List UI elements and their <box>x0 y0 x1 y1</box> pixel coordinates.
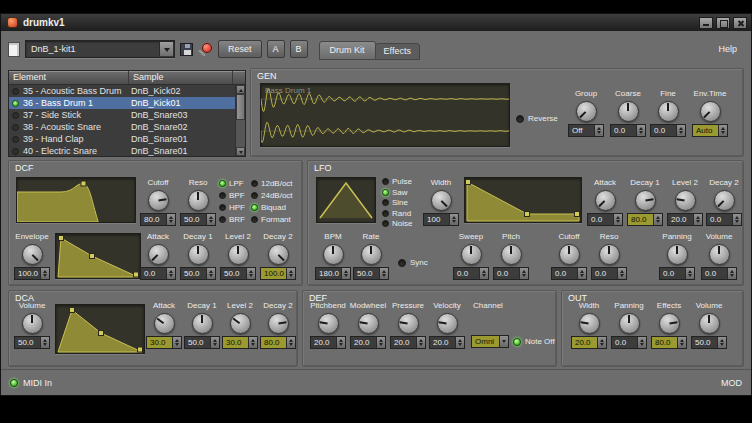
tuning-b-button[interactable]: B <box>290 40 308 58</box>
out-volume-knob[interactable] <box>699 313 720 334</box>
spin-arrows[interactable] <box>248 337 257 348</box>
spin-arrows[interactable] <box>40 268 49 279</box>
out-effects-knob[interactable] <box>659 313 680 334</box>
lfo-cutoff-knob[interactable] <box>559 244 580 265</box>
def-pitchbend-knob[interactable] <box>318 313 339 334</box>
lfo-reso-knob[interactable] <box>599 244 620 265</box>
lfo-bpm-knob[interactable] <box>323 244 344 265</box>
spin-arrows[interactable] <box>617 268 626 279</box>
element-row-35[interactable]: 35 - Acoustic Bass Drum DnB_Kick02 <box>9 85 245 97</box>
dcf-decay2-knob[interactable] <box>268 244 289 265</box>
spin-arrows[interactable] <box>613 214 622 225</box>
dcf-attack-knob[interactable] <box>148 244 169 265</box>
radio-formant[interactable]: Formant <box>251 215 293 224</box>
reset-button[interactable]: Reset <box>218 40 262 58</box>
spin-arrows[interactable] <box>376 337 385 348</box>
dca-attack-knob[interactable] <box>154 313 175 334</box>
dcf-envelope-knob[interactable] <box>22 244 43 265</box>
spin-arrows[interactable] <box>286 268 295 279</box>
lfo-attack-spin[interactable]: 0.0 <box>587 213 623 226</box>
new-preset-icon[interactable] <box>8 42 20 57</box>
scroll-down-button[interactable] <box>236 147 245 156</box>
lfo-panning-knob[interactable] <box>667 244 688 265</box>
lfo-cutoff-spin[interactable]: 0.0 <box>551 267 587 280</box>
def-modwheel-spin[interactable]: 20.0 <box>350 336 386 349</box>
gen-fine-spin[interactable]: 0.0 <box>650 124 686 137</box>
spin-arrows[interactable] <box>455 337 464 348</box>
dca-attack-spin[interactable]: 30.0 <box>146 336 182 349</box>
gen-coarse-spin[interactable]: 0.0 <box>610 124 646 137</box>
dca-decay2-spin[interactable]: 80.0 <box>260 336 296 349</box>
lfo-decay2-spin[interactable]: 0.0 <box>706 213 742 226</box>
note-off-checkbox[interactable]: Note Off <box>513 337 555 346</box>
lfo-width-spin[interactable]: 100 <box>423 213 459 226</box>
close-button[interactable] <box>733 17 747 29</box>
spin-arrows[interactable] <box>210 337 219 348</box>
element-row-39[interactable]: 39 - Hand Clap DnB_Snare01 <box>9 133 245 145</box>
gen-fine-knob[interactable] <box>658 101 679 122</box>
spin-arrows[interactable] <box>718 125 727 136</box>
reverse-checkbox[interactable]: Reverse <box>516 114 558 123</box>
spin-arrows[interactable] <box>341 268 350 279</box>
scroll-up-button[interactable] <box>236 85 245 94</box>
lfo-rate-spin[interactable]: 50.0 <box>353 267 389 280</box>
gen-group-knob[interactable] <box>576 101 597 122</box>
def-velocity-knob[interactable] <box>437 313 458 334</box>
lfo-decay1-spin[interactable]: 80.0 <box>627 213 663 226</box>
spin-arrows[interactable] <box>206 268 215 279</box>
dcf-decay1-knob[interactable] <box>188 244 209 265</box>
dcf-level2-spin[interactable]: 50.0 <box>220 267 256 280</box>
spin-arrows[interactable] <box>594 125 603 136</box>
spin-arrows[interactable] <box>449 214 458 225</box>
element-row-40[interactable]: 40 - Electric Snare DnB_Snare01 <box>9 145 245 157</box>
spin-arrows[interactable] <box>172 337 181 348</box>
spin-arrows[interactable] <box>637 337 646 348</box>
lfo-shape-display[interactable] <box>316 177 376 223</box>
radio-pulse[interactable]: Pulse <box>382 177 412 186</box>
radio-12db[interactable]: 12dB/oct <box>251 179 293 188</box>
spin-arrows[interactable] <box>166 214 175 225</box>
lfo-width-knob[interactable] <box>431 190 452 211</box>
dca-level2-spin[interactable]: 30.0 <box>222 336 258 349</box>
spin-arrows[interactable] <box>246 268 255 279</box>
radio-bpf[interactable]: BPF <box>219 191 245 200</box>
radio-hpf[interactable]: HPF <box>219 203 245 212</box>
lfo-volume-knob[interactable] <box>709 244 730 265</box>
spin-arrows[interactable] <box>379 268 388 279</box>
lfo-panning-spin[interactable]: 0.0 <box>659 267 695 280</box>
lfo-decay2-knob[interactable] <box>714 190 735 211</box>
lfo-volume-spin[interactable]: 0.0 <box>701 267 737 280</box>
dcf-reso-spin[interactable]: 50.0 <box>180 213 216 226</box>
spin-arrows[interactable] <box>693 214 702 225</box>
dcf-envelope-spin[interactable]: 100.0 <box>14 267 50 280</box>
radio-sine[interactable]: Sine <box>382 198 412 207</box>
spin-arrows[interactable] <box>636 125 645 136</box>
dcf-reso-knob[interactable] <box>188 190 209 211</box>
sample-waveform-display[interactable]: Bass Drum 1 <box>260 83 510 147</box>
titlebar[interactable]: drumkv1 <box>1 14 751 31</box>
dcf-decay1-spin[interactable]: 50.0 <box>180 267 216 280</box>
lfo-sweep-spin[interactable]: 0.0 <box>453 267 489 280</box>
dcf-cutoff-spin[interactable]: 80.0 <box>140 213 176 226</box>
spin-arrows[interactable] <box>676 125 685 136</box>
spin-arrows[interactable] <box>166 268 175 279</box>
dca-volume-spin[interactable]: 50.0 <box>14 336 50 349</box>
tuning-a-button[interactable]: A <box>267 40 285 58</box>
dca-volume-knob[interactable] <box>22 313 43 334</box>
out-width-spin[interactable]: 20.0 <box>571 336 607 349</box>
out-panning-knob[interactable] <box>619 313 640 334</box>
gen-coarse-knob[interactable] <box>618 101 639 122</box>
def-velocity-spin[interactable]: 20.0 <box>429 336 465 349</box>
def-pressure-knob[interactable] <box>398 313 419 334</box>
radio-rand[interactable]: Rand <box>382 209 412 218</box>
combo-arrow-icon[interactable] <box>499 336 508 347</box>
element-row-37[interactable]: 37 - Side Stick DnB_Snare03 <box>9 109 245 121</box>
gen-envtime-knob[interactable] <box>700 101 721 122</box>
lfo-bpm-spin[interactable]: 180.0 <box>315 267 351 280</box>
tab-effects[interactable]: Effects <box>375 43 420 60</box>
spin-arrows[interactable] <box>597 337 606 348</box>
help-button[interactable]: Help <box>711 42 744 56</box>
channel-combo[interactable]: Omni <box>471 335 509 348</box>
minimize-button[interactable] <box>699 17 713 29</box>
radio-noise[interactable]: Noise <box>382 219 412 228</box>
